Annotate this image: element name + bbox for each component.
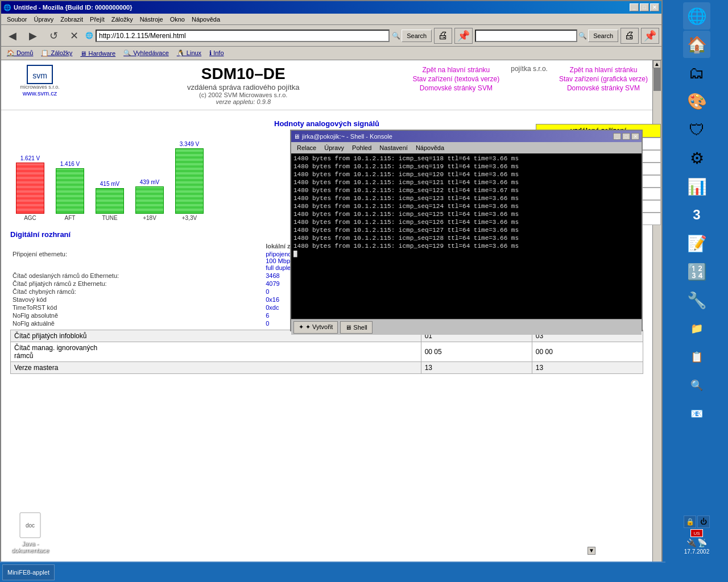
nav-link-svm-2[interactable]: Domovské stránky SVM	[559, 84, 648, 92]
menu-prejit[interactable]: Přejít	[86, 15, 108, 24]
recv-frames-label: Čítač přijatých rámců z Ethernetu:	[10, 280, 263, 288]
back-button[interactable]: ◀	[3, 27, 22, 44]
kde-clock: 17.7.2002	[684, 548, 710, 555]
print-button[interactable]: 🖨	[434, 28, 452, 44]
bar-18v: 439 mV +18V	[135, 179, 164, 221]
bookmark-add-button-2[interactable]: 📌	[641, 28, 659, 44]
menu-okno[interactable]: Okno	[167, 15, 188, 24]
wp-copyright: (c) 2002 SVM Microwaves s.r.o.	[85, 92, 402, 98]
konsole-close[interactable]: ✕	[631, 133, 639, 140]
search-icon-2: 🔍	[578, 32, 587, 40]
konsole-menu-relace[interactable]: Relace	[293, 144, 320, 152]
search-button-1[interactable]: Search	[402, 30, 432, 42]
bookmark-hardware[interactable]: 🖥 Hardware	[77, 49, 119, 58]
konsole-create-label: ✦ Vytvořit	[305, 323, 333, 331]
print-button-2[interactable]: 🖨	[621, 28, 639, 44]
kde-icon-gear[interactable]: ⚙	[683, 144, 710, 172]
konsole-line-9: 1480 bytes from 10.1.2.115: icmp_seq=126…	[293, 218, 639, 226]
kde-icon-shield[interactable]: 🛡	[683, 116, 710, 143]
kde-icon-calc[interactable]: 🔢	[683, 258, 710, 285]
close-button[interactable]: ✕	[650, 3, 659, 11]
kde-icon-files[interactable]: 🗂	[683, 59, 710, 86]
konsole-line-6: 1480 bytes from 10.1.2.115: icmp_seq=123…	[293, 194, 639, 202]
kde-icon-chart[interactable]: 📊	[683, 173, 710, 200]
konsole-menu-napoveda[interactable]: Nápověda	[412, 144, 448, 152]
kde-flag-us[interactable]: US	[690, 529, 703, 537]
search-box-2: 🔍 Search	[475, 30, 618, 42]
search-label-2: Search	[593, 32, 613, 39]
konsole-menu-pohled[interactable]: Pohled	[349, 144, 375, 152]
konsole-create-button[interactable]: ✦ ✦ Vytvořit	[293, 321, 338, 334]
wp-subtitle: vzdálená správa radiového pojítka	[85, 83, 402, 92]
master-label: Verze mastera	[11, 362, 421, 374]
ignored-remote: 00 00	[532, 342, 643, 362]
wp-title: SDM10–DE	[85, 65, 402, 83]
konsole-minimize[interactable]: _	[613, 133, 621, 140]
wp-version: verze appletu: 0.9.8	[85, 98, 402, 105]
kde-lock-button[interactable]: 🔒	[684, 516, 696, 528]
desktop-icon-java[interactable]: doc Java -dokumentace	[11, 512, 49, 554]
bookmark-info[interactable]: ℹ Info	[206, 48, 227, 58]
nav-link-main-1[interactable]: Zpět na hlavní stránku	[413, 66, 500, 74]
kde-icon-home[interactable]: 🏠	[683, 31, 710, 58]
konsole-shell-button[interactable]: 🖥 Shell	[340, 321, 372, 334]
konsole-line-4: 1480 bytes from 10.1.2.115: icmp_seq=121…	[293, 178, 639, 186]
err-frames-label: Čítač chybných rámců:	[10, 288, 263, 296]
kde-net-icon-1: 🔌	[686, 538, 696, 547]
bookmark-linux[interactable]: 🐧 Linux	[173, 48, 205, 58]
address-label: 🌐	[85, 32, 93, 39]
ignored-local: 00 05	[421, 342, 532, 362]
kde-icon-tools[interactable]: 🔧	[683, 286, 710, 314]
bookmark-vyhledavace[interactable]: 🔍 Vyhledávace	[120, 48, 172, 58]
kde-icon-file[interactable]: 📁	[683, 315, 710, 342]
kde-icon-browser[interactable]: 🌐	[683, 2, 710, 30]
konsole-title-text: 🖥 jirka@pokojik:~ - Shell - Konsole	[293, 133, 392, 140]
address-input[interactable]	[96, 30, 390, 42]
ignored-label: Čítač manag. ignorovanýchrámců	[11, 342, 421, 362]
konsole-menu-nastaveni[interactable]: Nastavení	[376, 144, 411, 152]
kde-icon-mail[interactable]: 📧	[683, 400, 710, 427]
konsole-icon: 🖥	[293, 133, 300, 140]
kde-icon-xml[interactable]: 📝	[683, 230, 710, 257]
minimize-button[interactable]: _	[630, 3, 639, 11]
bookmark-home[interactable]: 🏠 Domů	[3, 48, 36, 58]
konsole-menu-upravy[interactable]: Úpravy	[321, 144, 348, 152]
nav-link-textual-1[interactable]: Stav zařízení (textová verze)	[413, 75, 500, 83]
nav-link-graphical-2[interactable]: Stav zařízení (grafická verze)	[559, 75, 648, 83]
bar-33v-value: 3.349 V	[180, 141, 199, 147]
taskbar-app-minife8[interactable]: MiniFE8-applet	[2, 564, 55, 580]
nav-link-main-2[interactable]: Zpět na hlavní stránku	[559, 66, 648, 74]
kde-net-icons: 🔌 📡	[686, 538, 707, 547]
menu-nastroje[interactable]: Nástroje	[136, 15, 167, 24]
scrollbar-down[interactable]: ▼	[588, 547, 595, 555]
bar-aft-shape	[56, 168, 84, 214]
menu-zobrazit[interactable]: Zobrazit	[57, 15, 86, 24]
menu-zalozky[interactable]: Záložky	[108, 15, 136, 24]
konsole-maximize[interactable]: □	[622, 133, 630, 140]
konsole-create-icon: ✦	[299, 323, 304, 331]
scrollbar-thumb[interactable]	[653, 68, 661, 91]
bar-18v-value: 439 mV	[140, 179, 159, 185]
menu-soubor[interactable]: Soubor	[3, 15, 30, 24]
scrollbar-up[interactable]: ▲	[653, 60, 661, 68]
kde-icon-paint[interactable]: 🎨	[683, 88, 710, 115]
maximize-button[interactable]: □	[640, 3, 649, 11]
kde-icon-file2[interactable]: 📋	[683, 343, 710, 371]
bookmark-add-button[interactable]: 📌	[454, 28, 473, 44]
menu-napoveda[interactable]: Nápověda	[188, 15, 224, 24]
kde-power-button[interactable]: ⏻	[697, 516, 710, 528]
search-input-2[interactable]	[475, 30, 577, 42]
reload-button[interactable]: ↺	[44, 27, 63, 44]
wp-nav-links-2: Zpět na hlavní stránku Stav zařízení (gr…	[559, 65, 648, 105]
nav-link-svm-1[interactable]: Domovské stránky SVM	[413, 84, 500, 92]
stop-button[interactable]: ✕	[65, 27, 83, 44]
bar-agc: 1.621 V AGC	[16, 155, 44, 221]
forward-button[interactable]: ▶	[24, 27, 42, 44]
title-bar-buttons: _ □ ✕	[630, 3, 659, 11]
noflg-abs-label: NoFlg absolutně	[10, 311, 263, 319]
search-button-2[interactable]: Search	[588, 30, 618, 42]
kde-icon-3[interactable]: 3	[683, 201, 710, 228]
kde-icon-search[interactable]: 🔍	[683, 372, 710, 399]
bookmark-zalozky[interactable]: 📋 Záložky	[38, 48, 76, 58]
menu-upravy[interactable]: Úpravy	[30, 15, 57, 24]
